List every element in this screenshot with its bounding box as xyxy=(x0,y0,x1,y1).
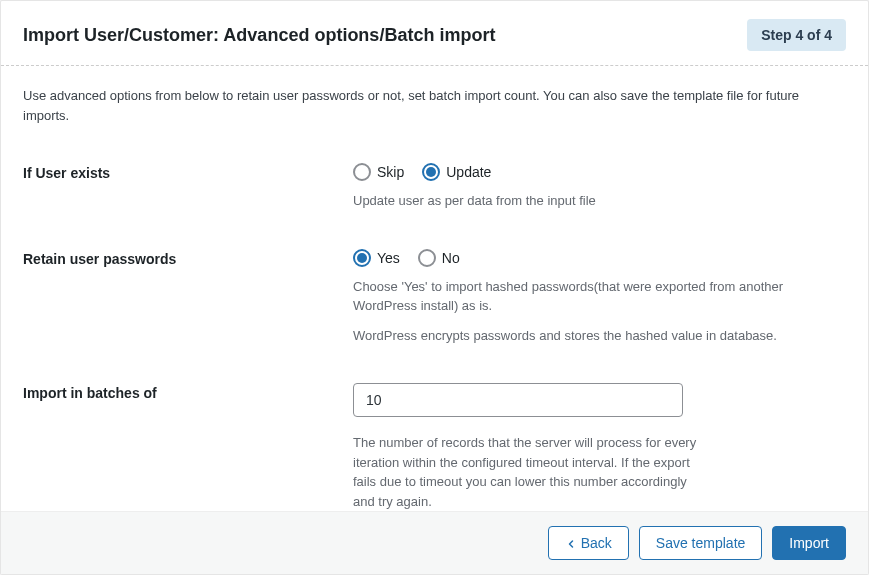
radio-label-update: Update xyxy=(446,164,491,180)
user-exists-control: Skip Update Update user as per data from… xyxy=(353,163,846,211)
retain-passwords-control: Yes No Choose 'Yes' to import hashed pas… xyxy=(353,249,846,346)
radio-label-no: No xyxy=(442,250,460,266)
import-button-label: Import xyxy=(789,535,829,551)
radio-icon xyxy=(418,249,436,267)
batch-size-label: Import in batches of xyxy=(23,383,353,401)
field-retain-passwords: Retain user passwords Yes No Choose 'Yes… xyxy=(23,249,846,346)
radio-icon xyxy=(422,163,440,181)
save-template-button[interactable]: Save template xyxy=(639,526,763,560)
save-template-label: Save template xyxy=(656,535,746,551)
back-button-label: Back xyxy=(581,535,612,551)
intro-text: Use advanced options from below to retai… xyxy=(23,86,846,125)
import-wizard-panel: Import User/Customer: Advanced options/B… xyxy=(0,0,869,575)
back-button[interactable]: Back xyxy=(548,526,629,560)
panel-footer: Back Save template Import xyxy=(1,511,868,574)
radio-option-yes[interactable]: Yes xyxy=(353,249,400,267)
retain-passwords-help-2: WordPress encrypts passwords and stores … xyxy=(353,326,843,346)
radio-label-yes: Yes xyxy=(377,250,400,266)
chevron-left-icon xyxy=(565,537,577,549)
batch-size-input[interactable] xyxy=(353,383,683,417)
user-exists-label: If User exists xyxy=(23,163,353,181)
retain-passwords-help-1: Choose 'Yes' to import hashed passwords(… xyxy=(353,277,843,316)
batch-size-help: The number of records that the server wi… xyxy=(353,433,703,511)
field-user-exists: If User exists Skip Update Update user a… xyxy=(23,163,846,211)
radio-option-skip[interactable]: Skip xyxy=(353,163,404,181)
radio-option-update[interactable]: Update xyxy=(422,163,491,181)
import-button[interactable]: Import xyxy=(772,526,846,560)
radio-option-no[interactable]: No xyxy=(418,249,460,267)
retain-passwords-label: Retain user passwords xyxy=(23,249,353,267)
panel-content: Use advanced options from below to retai… xyxy=(1,66,868,511)
radio-icon xyxy=(353,249,371,267)
retain-passwords-radio-group: Yes No xyxy=(353,249,846,267)
field-batch-size: Import in batches of The number of recor… xyxy=(23,383,846,511)
page-title: Import User/Customer: Advanced options/B… xyxy=(23,25,495,46)
step-badge: Step 4 of 4 xyxy=(747,19,846,51)
batch-size-control: The number of records that the server wi… xyxy=(353,383,846,511)
radio-label-skip: Skip xyxy=(377,164,404,180)
user-exists-help: Update user as per data from the input f… xyxy=(353,191,843,211)
panel-header: Import User/Customer: Advanced options/B… xyxy=(1,1,868,66)
radio-icon xyxy=(353,163,371,181)
user-exists-radio-group: Skip Update xyxy=(353,163,846,181)
